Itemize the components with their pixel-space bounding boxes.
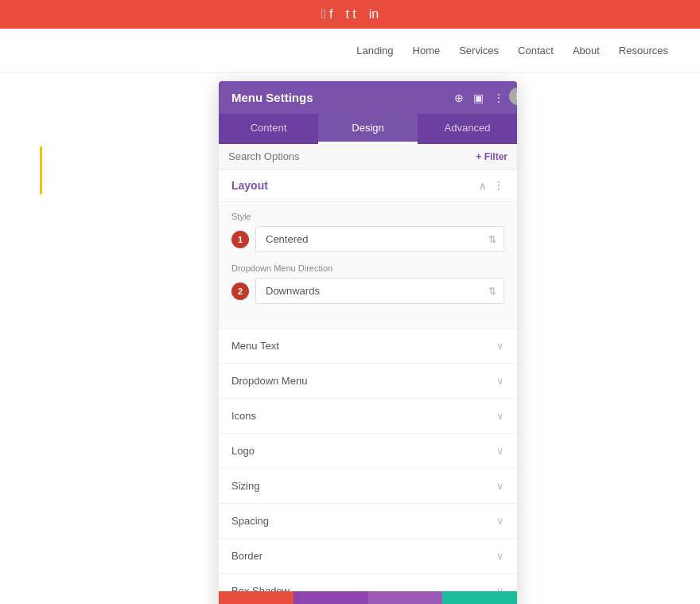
dropdown-direction-field: 2 Downwards Upwards ⇅ — [231, 278, 504, 304]
menu-text-row[interactable]: Menu Text ∨ — [219, 329, 517, 364]
tab-advanced[interactable]: Advanced — [418, 114, 517, 144]
more-icon[interactable]: ⋮ — [493, 92, 504, 104]
nav-about[interactable]: About — [573, 45, 600, 57]
action-bar: ✕ ↺ ↻ ✓ — [219, 591, 517, 604]
dropdown-badge: 2 — [231, 283, 249, 300]
layout-chevron-icon[interactable]: ∧ — [479, 180, 487, 192]
tab-design[interactable]: Design — [318, 114, 418, 144]
logo-chevron-icon: ∨ — [496, 445, 504, 457]
panel-body: Layout ∧ ⋮ Style 1 Centered Lef — [219, 170, 517, 591]
border-chevron-icon: ∨ — [496, 550, 504, 562]
dropdown-menu-row[interactable]: Dropdown Menu ∨ — [219, 364, 517, 399]
dropdown-direction-label: Dropdown Menu Direction — [231, 263, 504, 273]
layout-body: Style 1 Centered Left Right ⇅ — [219, 202, 517, 329]
spacing-row[interactable]: Spacing ∨ — [219, 504, 517, 539]
border-row[interactable]: Border ∨ — [219, 539, 517, 574]
panel-header-icons: ⊕ ▣ ⋮ — [454, 92, 504, 104]
redo-button[interactable]: ↻ — [368, 591, 443, 604]
linkedin-icon[interactable]: in — [369, 7, 379, 21]
facebook-icon[interactable]:  f — [321, 7, 333, 21]
dropdown-direction-select[interactable]: Downwards Upwards — [255, 278, 504, 304]
tab-content[interactable]: Content — [219, 114, 318, 144]
style-badge: 1 — [231, 231, 249, 248]
style-field: 1 Centered Left Right ⇅ — [231, 226, 504, 252]
search-input[interactable] — [228, 150, 476, 162]
twitter-icon[interactable]: t t — [345, 7, 356, 21]
panel-tabs: Content Design Advanced — [219, 114, 517, 144]
box-shadow-label: Box Shadow — [231, 585, 290, 591]
cancel-button[interactable]: ✕ — [219, 591, 294, 604]
panel-header: Menu Settings ⊕ ▣ ⋮ — [219, 81, 517, 114]
dropdown-menu-chevron-icon: ∨ — [496, 375, 504, 387]
left-accent — [40, 146, 42, 194]
logo-label: Logo — [231, 445, 255, 457]
filter-button[interactable]: + Filter — [476, 151, 508, 162]
nav-resources[interactable]: Resources — [619, 45, 668, 57]
layout-header-icons: ∧ ⋮ — [479, 179, 504, 192]
save-button[interactable]: ✓ — [442, 591, 517, 604]
icons-chevron-icon: ∨ — [496, 410, 504, 422]
sizing-chevron-icon: ∨ — [496, 480, 504, 492]
dropdown-select-wrapper: Downwards Upwards ⇅ — [255, 278, 504, 304]
nav-bar: Landing Home Services Contact About Reso… — [0, 29, 700, 73]
dropdown-menu-label: Dropdown Menu — [231, 375, 307, 387]
sizing-row[interactable]: Sizing ∨ — [219, 469, 517, 504]
style-select[interactable]: Centered Left Right — [255, 226, 504, 252]
layout-dots-icon[interactable]: ⋮ — [493, 179, 504, 192]
sizing-label: Sizing — [231, 480, 259, 492]
layout-section-header[interactable]: Layout ∧ ⋮ — [219, 170, 517, 202]
icons-label: Icons — [231, 410, 256, 422]
logo-row[interactable]: Logo ∨ — [219, 434, 517, 469]
undo-button[interactable]: ↺ — [294, 591, 368, 604]
page-content: ✕ Menu Settings ⊕ ▣ ⋮ Content Design Adv… — [0, 73, 700, 604]
layout-icon[interactable]: ▣ — [473, 92, 484, 104]
spacing-label: Spacing — [231, 515, 269, 527]
main-nav: Landing Home Services Contact About Reso… — [356, 45, 668, 57]
border-label: Border — [231, 550, 262, 562]
style-select-wrapper: Centered Left Right ⇅ — [255, 226, 504, 252]
menu-text-chevron-icon: ∨ — [496, 340, 504, 352]
style-label: Style — [231, 212, 504, 221]
nav-landing[interactable]: Landing — [356, 45, 393, 57]
nav-contact[interactable]: Contact — [518, 45, 554, 57]
box-shadow-chevron-icon: ∨ — [496, 585, 504, 591]
spacing-chevron-icon: ∨ — [496, 515, 504, 527]
target-icon[interactable]: ⊕ — [454, 92, 464, 104]
icons-row[interactable]: Icons ∨ — [219, 399, 517, 434]
search-bar: + Filter — [219, 144, 517, 170]
nav-home[interactable]: Home — [413, 45, 441, 57]
nav-services[interactable]: Services — [459, 45, 499, 57]
top-bar:  f t t in — [0, 0, 700, 29]
menu-text-label: Menu Text — [231, 340, 279, 352]
layout-title: Layout — [231, 179, 268, 192]
box-shadow-row[interactable]: Box Shadow ∨ — [219, 574, 517, 591]
panel-title: Menu Settings — [231, 91, 313, 104]
menu-settings-panel: ✕ Menu Settings ⊕ ▣ ⋮ Content Design Adv… — [219, 81, 517, 604]
